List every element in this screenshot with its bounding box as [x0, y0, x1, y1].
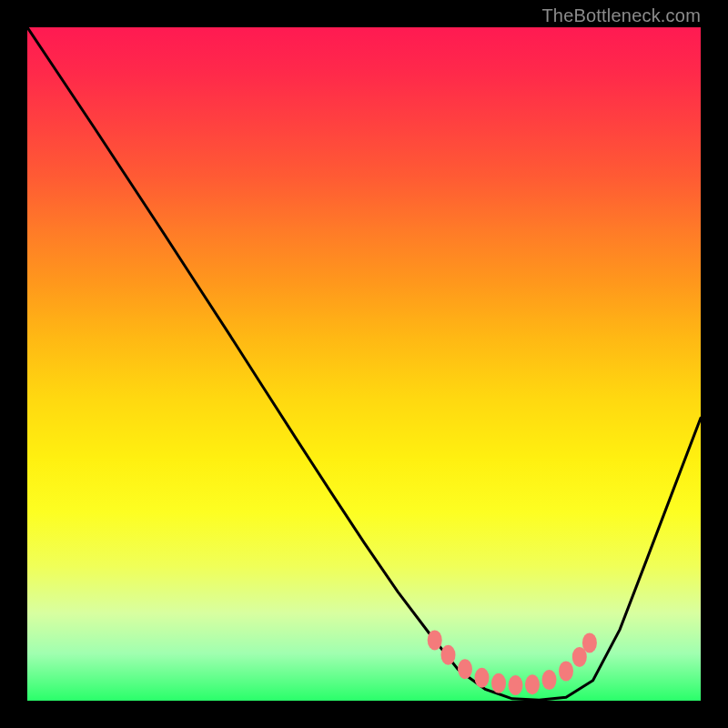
- marker-dot: [428, 630, 442, 650]
- marker-dot: [559, 661, 573, 681]
- marker-group: [428, 630, 597, 695]
- marker-dot: [525, 674, 540, 694]
- watermark-text: TheBottleneck.com: [541, 5, 701, 26]
- marker-dot: [475, 668, 490, 688]
- chart-markers: [27, 27, 701, 701]
- marker-dot: [542, 670, 557, 690]
- marker-dot: [582, 632, 597, 652]
- chart-frame: { "watermark": "TheBottleneck.com", "cha…: [0, 0, 728, 728]
- marker-dot: [458, 659, 472, 679]
- marker-dot: [441, 645, 456, 665]
- marker-dot: [491, 673, 506, 693]
- marker-dot: [509, 675, 523, 695]
